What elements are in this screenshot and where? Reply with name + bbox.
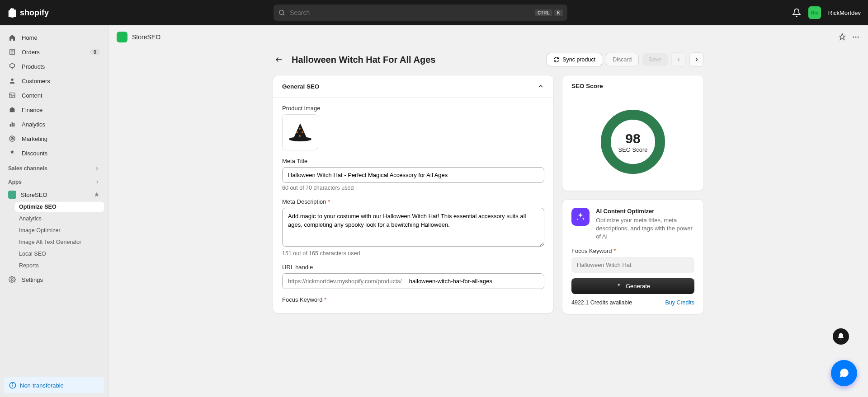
bell-icon[interactable] (792, 8, 801, 17)
bell-icon (837, 332, 845, 341)
app-header: StoreSEO (108, 25, 868, 49)
meta-description-input[interactable] (282, 208, 544, 247)
subnav-reports[interactable]: Reports (14, 260, 104, 271)
meta-description-help: 151 out of 165 characters used (282, 250, 544, 257)
svg-point-15 (12, 383, 13, 384)
chat-icon (838, 367, 850, 379)
svg-point-5 (11, 94, 12, 95)
svg-point-11 (12, 138, 12, 139)
subnav-local-seo[interactable]: Local SEO (14, 248, 104, 259)
brand-text: shopify (20, 8, 49, 18)
shopify-bag-icon (7, 7, 17, 18)
general-seo-card: General SEO Product Image (273, 75, 554, 313)
nav-analytics[interactable]: Analytics (4, 117, 104, 131)
product-image-thumbnail[interactable] (282, 114, 318, 150)
chevron-right-icon (94, 166, 100, 171)
nav-finance[interactable]: Finance (4, 103, 104, 117)
url-handle-input[interactable] (407, 274, 544, 289)
general-seo-header[interactable]: General SEO (273, 75, 553, 98)
generate-button[interactable]: Generate (571, 278, 694, 294)
storeseo-logo-icon (8, 191, 16, 199)
app-name: StoreSEO (132, 33, 160, 41)
nav-customers[interactable]: Customers (4, 74, 104, 88)
discard-button[interactable]: Discard (606, 53, 638, 66)
save-button[interactable]: Save (642, 53, 668, 66)
meta-title-input[interactable] (282, 167, 544, 183)
customers-icon (8, 77, 16, 85)
username[interactable]: RickMortdev (828, 9, 861, 16)
subnav-analytics[interactable]: Analytics (14, 213, 104, 224)
shopify-logo[interactable]: shopify (7, 7, 49, 18)
analytics-icon (8, 120, 16, 128)
nav-orders[interactable]: Orders 9 (4, 45, 104, 59)
subnav-image-optimizer[interactable]: Image Optimizer (14, 225, 104, 236)
top-actions: Ric RickMortdev (792, 6, 861, 19)
svg-point-12 (11, 279, 13, 280)
marketing-icon (8, 135, 16, 143)
seo-score-heading: SEO Score (562, 75, 703, 97)
chat-button[interactable] (831, 360, 857, 386)
sparkle-small-icon (616, 283, 622, 289)
url-prefix: https://rickmortdev.myshopify.com/produc… (283, 274, 407, 289)
pin-icon[interactable] (838, 33, 846, 41)
app-storeseo[interactable]: StoreSEO (4, 188, 104, 201)
discounts-icon (8, 149, 16, 157)
chevron-up-icon (537, 83, 544, 90)
nav-marketing[interactable]: Marketing (4, 132, 104, 145)
prev-button[interactable] (671, 52, 686, 67)
nav-products[interactable]: Products (4, 60, 104, 73)
meta-title-help: 60 out of 70 characters used (282, 185, 544, 191)
score-value: 98 (625, 131, 640, 146)
url-handle-field: https://rickmortdev.myshopify.com/produc… (282, 273, 544, 289)
svg-line-1 (283, 14, 284, 15)
subnav-alt-text-generator[interactable]: Image Alt Text Generator (14, 237, 104, 248)
subnav-optimize-seo[interactable]: Optimize SEO (14, 201, 104, 212)
nav-settings[interactable]: Settings (4, 273, 104, 286)
home-icon (8, 33, 16, 42)
more-icon[interactable] (852, 33, 860, 41)
focus-keyword-label: Focus Keyword * (282, 296, 544, 303)
products-icon (8, 62, 16, 70)
ai-title: AI Content Optimizer (596, 208, 694, 215)
nav-content[interactable]: Content (4, 89, 104, 102)
next-button[interactable] (689, 52, 704, 67)
nav-home[interactable]: Home (4, 31, 104, 44)
avatar[interactable]: Ric (808, 6, 821, 19)
ai-optimizer-card: AI Content Optimizer Optimize your meta … (562, 199, 704, 314)
witch-hat-icon (288, 121, 312, 143)
notification-badge-button[interactable] (833, 328, 849, 345)
svg-rect-6 (10, 124, 11, 126)
pin-icon[interactable] (94, 191, 100, 198)
non-transferable-banner[interactable]: Non-transferable (4, 377, 104, 393)
content-icon (8, 91, 16, 99)
ai-description: Optimize your meta titles, meta descript… (596, 216, 694, 241)
url-handle-label: URL handle (282, 264, 544, 271)
search-icon (278, 9, 285, 16)
buy-credits-link[interactable]: Buy Credits (665, 299, 694, 306)
orders-icon (8, 48, 16, 56)
page-header: Halloween Witch Hat For All Ages Sync pr… (273, 52, 704, 67)
svg-point-18 (858, 37, 859, 38)
sync-product-button[interactable]: Sync product (547, 53, 602, 66)
section-sales-channels[interactable]: Sales channels (4, 161, 104, 174)
chevron-right-icon (94, 179, 100, 185)
sidebar: Home Orders 9 Products Customers Content (0, 25, 108, 397)
section-apps[interactable]: Apps (4, 174, 104, 188)
back-button[interactable] (273, 53, 285, 66)
main-content: StoreSEO Halloween Witch Hat For All Age… (108, 25, 868, 397)
ai-focus-keyword-input[interactable] (571, 257, 694, 273)
seo-score-card: SEO Score 98 SEO Score (562, 75, 704, 191)
credits-available: 4922.1 Credits available (571, 299, 632, 306)
score-ring: 98 SEO Score (600, 109, 665, 174)
arrow-left-icon (275, 56, 283, 64)
sync-icon (553, 56, 560, 63)
topbar: shopify CTRL K Ric RickMortdev (0, 0, 868, 25)
svg-point-0 (279, 10, 283, 14)
gear-icon (8, 276, 16, 284)
sparkle-icon (571, 208, 590, 226)
meta-title-label: Meta Title (282, 158, 544, 164)
search-box[interactable]: CTRL K (274, 5, 567, 21)
nav-discounts[interactable]: Discounts (4, 146, 104, 160)
search-input[interactable] (290, 9, 530, 16)
meta-description-label: Meta Description * (282, 198, 544, 205)
